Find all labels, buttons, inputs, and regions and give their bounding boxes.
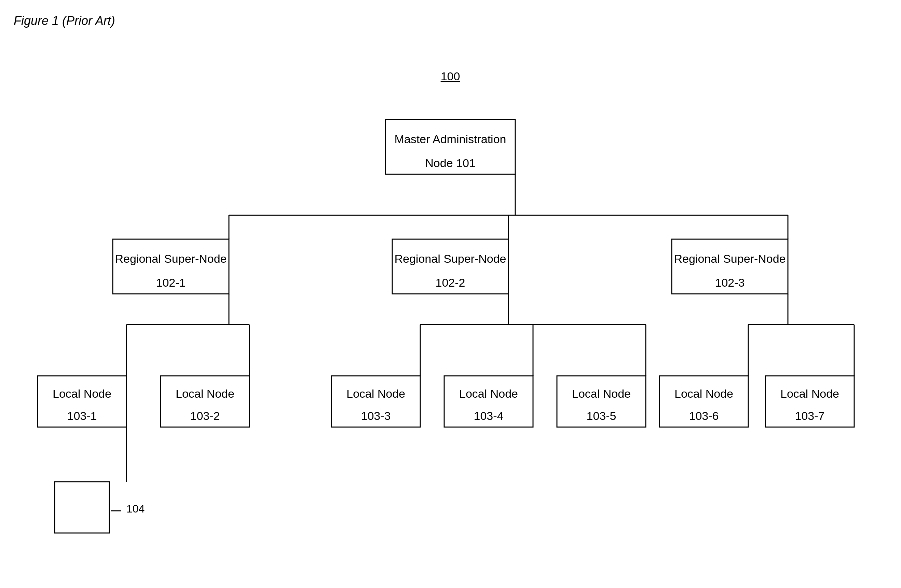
master-node-label2: Node 101 (425, 156, 475, 170)
master-node-label: Master Administration (394, 133, 507, 145)
local-node-4-id: 103-4 (474, 409, 504, 422)
local-node-1-id: 103-1 (67, 409, 97, 422)
local-node-6-label: Local Node (675, 387, 733, 400)
local-node-7-label: Local Node (780, 387, 839, 400)
regional-node-3-label: Regional Super-Node (674, 252, 786, 265)
regional-node-3-id: 102-3 (715, 276, 745, 289)
local-node-7-id: 103-7 (795, 409, 825, 422)
local-node-6-id: 103-6 (689, 409, 719, 422)
local-node-4-label: Local Node (459, 387, 518, 400)
regional-node-2-label: Regional Super-Node (394, 252, 507, 265)
local-node-3-id: 103-3 (361, 409, 391, 422)
local-node-1-label: Local Node (53, 387, 111, 400)
figure-label: Figure 1 (Prior Art) (14, 14, 115, 28)
local-node-5-id: 103-5 (587, 409, 616, 422)
root-ref-label: 100 (441, 70, 460, 83)
local-node-2-label: Local Node (176, 387, 234, 400)
local-node-5-label: Local Node (572, 387, 631, 400)
regional-node-1-id: 102-1 (156, 276, 186, 289)
regional-node-2-id: 102-2 (436, 276, 465, 289)
local-node-3-label: Local Node (346, 387, 405, 400)
regional-node-1-label: Regional Super-Node (115, 252, 227, 265)
diagram-container: 100 (0, 27, 901, 581)
local-node-2-id: 103-2 (190, 409, 220, 422)
device-ref-label: 104 (126, 502, 145, 515)
device-node-box (55, 482, 109, 533)
